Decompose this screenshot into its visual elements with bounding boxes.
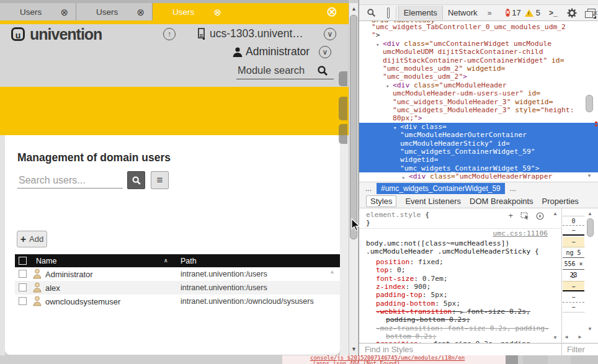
style-rule-line[interactable]: font-size: 0.7em; <box>376 275 448 283</box>
tab-close-icon[interactable]: ⊗ <box>136 7 145 17</box>
new-rule-icon[interactable]: + <box>508 211 513 220</box>
tab-close-icon[interactable]: ⊗ <box>60 7 68 17</box>
row-checkbox[interactable] <box>19 283 27 291</box>
elements-tree[interactable]: aria-labelledby="umc_widgets_TabControll… <box>359 21 598 182</box>
warning-count[interactable]: 5 <box>536 8 540 17</box>
style-rule-line[interactable]: top: 0; <box>376 266 406 274</box>
add-user-button[interactable]: + Add <box>17 231 47 247</box>
find-in-styles-input[interactable]: Find in Styles <box>359 343 561 355</box>
user-chevron-down-icon[interactable]: ∨ <box>319 46 331 58</box>
style-rule-line[interactable]: element.style { <box>366 211 429 219</box>
tab-event-listeners[interactable]: Event Listeners <box>405 197 461 206</box>
style-rule-line[interactable]: padding-bottom 0.2s; <box>386 316 470 324</box>
search-options-button[interactable]: ≡ <box>151 171 169 189</box>
devtools-tab-elements[interactable]: Elements <box>398 6 443 20</box>
style-rule-line[interactable]: } <box>366 219 370 227</box>
elements-tree-line[interactable]: "umc_widgets_TabController_0_umc_modules… <box>359 23 598 31</box>
table-row[interactable]: owncloudsystemuserintranet.univention:/o… <box>15 295 340 308</box>
scroll-up-button[interactable]: ↑ <box>163 28 176 40</box>
style-rule-line[interactable]: padding-top: 5px; <box>376 291 448 299</box>
style-rule-line[interactable]: -webkit-transition: ▶ font-size 0.2s, <box>376 308 530 316</box>
tab-styles[interactable]: Styles <box>366 195 396 207</box>
elements-scrollbar-thumb[interactable] <box>586 95 593 112</box>
elements-tree-line[interactable]: umcModuleUDM dijitStackContainer-child <box>359 48 598 56</box>
page-scrollbar-thumb[interactable] <box>350 15 357 239</box>
sort-ascending-icon[interactable]: ∧ <box>164 257 168 264</box>
drawer-handle[interactable] <box>339 71 347 86</box>
metrics-scrollbar-thumb[interactable] <box>587 218 594 237</box>
elements-tree-line[interactable]: 80px;"> <box>359 114 598 122</box>
inspect-icon[interactable] <box>367 8 376 17</box>
user-search-input[interactable]: Search users... <box>19 175 86 186</box>
devtools-tab-network[interactable]: Network <box>443 6 483 20</box>
tab-dom-breakpoints[interactable]: DOM Breakpoints <box>470 197 533 206</box>
search-button[interactable] <box>127 171 145 189</box>
warning-badge-icon[interactable]: ! <box>525 9 533 17</box>
error-count[interactable]: 17 <box>512 8 520 17</box>
styles-scroll-up-icon[interactable]: ▲ <box>553 211 558 216</box>
filter-input[interactable]: Filter <box>561 343 598 355</box>
scrollbar-down-icon[interactable]: ▼ <box>351 346 357 352</box>
scrollbar-up-icon[interactable]: ▲ <box>351 6 357 12</box>
table-row[interactable]: Administratorintranet.univention:/users <box>15 267 340 281</box>
elements-tree-line[interactable]: dijitStackContainer-umcContainerWidget" … <box>359 56 598 64</box>
style-rule-line[interactable]: padding-bottom: 5px; <box>376 300 460 308</box>
metrics-scroll-up-icon[interactable]: ▲ <box>587 211 592 216</box>
style-rule-line[interactable]: -moz-transition: font-size 0.2s, padding… <box>376 324 549 332</box>
css-source-link[interactable]: umc.css:11106 <box>493 229 548 237</box>
elements-tree-line[interactable]: "umcModuleHeaderOuterContainer <box>359 131 598 139</box>
host-chevron-down-icon[interactable]: ∨ <box>324 28 336 40</box>
error-badge-icon[interactable]: ✕ <box>506 9 511 17</box>
breadcrumb-ellipsis[interactable]: ... <box>365 184 372 193</box>
table-row[interactable]: alexintranet.univention:/users <box>15 281 340 295</box>
elements-tree-line[interactable]: "umc_widgets_ModuleHeader_3" style="heig… <box>359 106 598 114</box>
host-name[interactable]: ucs-1303.univent… <box>210 27 303 40</box>
metrics-scroll-left-icon[interactable]: ◄ <box>564 334 569 340</box>
elements-tree-line[interactable]: widgetid= <box>359 156 598 164</box>
elements-tree-line[interactable]: ▾<div class="umcContainerWidget umcModul… <box>359 40 598 48</box>
styles-pane[interactable]: umc.css:11106 + ▲ ▼ element.style {}body… <box>359 208 561 343</box>
browser-tab-1[interactable]: Users⊗ <box>76 3 153 20</box>
module-search-input[interactable]: Module search <box>238 64 305 76</box>
select-all-checkbox[interactable] <box>19 257 27 265</box>
elements-tree-line[interactable]: umcModuleHeaderSticky" id= <box>359 140 598 148</box>
drawer-handle[interactable] <box>339 97 347 120</box>
elements-tree-line[interactable]: "umc_widgets_ContainerWidget_59" <box>359 148 598 156</box>
style-rule-line[interactable]: .umcModuleHeader .umcModuleHeaderSticky … <box>366 247 539 255</box>
drawer-handle[interactable] <box>339 124 347 144</box>
panel-close-icon[interactable]: ⊗ <box>323 4 341 20</box>
metrics-scroll-right-icon[interactable]: ► <box>578 334 582 340</box>
styles-scroll-down-icon[interactable]: ▼ <box>553 335 558 340</box>
column-header-name[interactable]: Name <box>36 257 56 265</box>
metrics-scroll-down-icon[interactable]: ▼ <box>587 326 592 332</box>
elements-tree-line[interactable]: "umc_widgets_ModuleHeader_3" widgetid= <box>359 98 598 106</box>
element-state-icon[interactable] <box>520 212 529 220</box>
grid-scroll-up-icon[interactable]: ▲ <box>329 269 335 275</box>
browser-tab-0[interactable]: Users⊗ <box>0 3 76 20</box>
cell-name[interactable]: alex <box>45 283 60 293</box>
style-rule-line[interactable]: z-index: 900; <box>376 283 431 291</box>
column-header-path[interactable]: Path <box>181 257 197 265</box>
logged-in-user[interactable]: Administrator <box>246 45 310 58</box>
dock-side-icon[interactable] <box>585 9 587 17</box>
animations-icon[interactable] <box>536 212 544 220</box>
breadcrumb-ellipsis[interactable]: ... <box>510 184 516 193</box>
elements-tree-line[interactable]: "umc_modules_udm_2" widgetid= <box>359 64 598 73</box>
device-toggle-icon[interactable] <box>387 7 390 19</box>
row-checkbox[interactable] <box>19 270 27 278</box>
style-rule-line[interactable]: position: fixed; <box>376 258 444 266</box>
elements-tree-line[interactable]: ▾<div class="umcModuleHeader <box>359 81 598 89</box>
more-tabs-icon[interactable]: » <box>483 6 497 20</box>
elements-tree-line[interactable]: umcModuleHeader-udm-users-user" id= <box>359 89 598 97</box>
browser-tab-2[interactable]: Users⊗ <box>153 3 229 20</box>
breadcrumb-selected[interactable]: #umc_widgets_ContainerWidget_59 <box>377 183 505 194</box>
elements-scroll-down-icon[interactable]: ▼ <box>587 173 592 179</box>
module-search-icon[interactable] <box>317 65 328 76</box>
gear-icon[interactable] <box>567 8 577 18</box>
row-checkbox[interactable] <box>19 297 27 305</box>
cell-name[interactable]: Administrator <box>45 270 93 279</box>
elements-tree-line[interactable]: ▾<div class= <box>359 123 598 131</box>
tab-close-icon[interactable]: ⊗ <box>213 7 221 17</box>
elements-tree-line[interactable]: "umc_widgets_ContainerWidget_59"> <box>359 164 598 172</box>
tab-properties[interactable]: Properties <box>542 197 579 206</box>
